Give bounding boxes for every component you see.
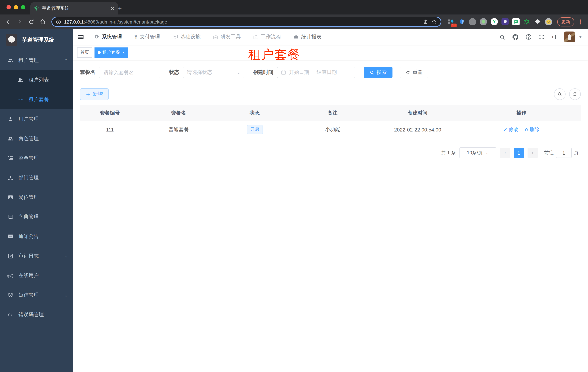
window-zoom-button[interactable] <box>21 5 25 10</box>
edit-link[interactable]: 修改 <box>503 126 518 133</box>
topnav-devtools[interactable]: 研发工具 <box>208 29 246 45</box>
sidebar-item-dept-management[interactable]: 部门管理 <box>0 168 73 188</box>
topnav-report[interactable]: 统计报表 <box>288 29 326 45</box>
chrome-update-button[interactable]: 更新 <box>557 17 574 26</box>
refresh-table-button[interactable] <box>569 88 581 100</box>
avatar-caret-icon[interactable]: ▼ <box>578 35 582 39</box>
status-placeholder: 请选择状态 <box>187 69 212 76</box>
share-icon[interactable] <box>423 19 428 24</box>
sidebar-logo-row[interactable]: 芋道管理系统 <box>0 29 73 51</box>
date-range-picker[interactable]: 开始日期 - 结束日期 <box>277 67 355 78</box>
window-controls <box>7 5 25 10</box>
ext-star-green-icon[interactable] <box>523 18 530 25</box>
filter-date-label: 创建时间 <box>253 69 273 76</box>
tag-home[interactable]: 首页 <box>77 47 92 57</box>
cell-name: 普通套餐 <box>140 126 218 133</box>
site-info-icon[interactable] <box>56 19 61 24</box>
chevron-up-icon: ⌃ <box>64 58 68 63</box>
sidebar-collapse-icon[interactable] <box>73 29 89 45</box>
user-avatar[interactable] <box>564 32 575 43</box>
briefcase-icon <box>253 34 259 40</box>
tag-label: 租户套餐 <box>103 49 120 55</box>
help-icon[interactable] <box>525 34 532 40</box>
reload-icon[interactable] <box>26 17 36 27</box>
sidebar-item-online-users[interactable]: 在线用户 <box>0 266 73 286</box>
page-size-select[interactable]: 10条/页 ⌄ <box>460 148 496 158</box>
ext-gray-green-icon[interactable] <box>480 18 487 25</box>
ext-y-icon[interactable]: Y <box>491 18 498 25</box>
tab-close-icon[interactable]: ✕ <box>110 6 115 11</box>
tag-close-icon[interactable]: × <box>122 50 125 54</box>
sidebar-item-error-code[interactable]: 错误码管理 <box>0 305 73 325</box>
tag-tenant-package[interactable]: 租户套餐 × <box>94 47 128 57</box>
edit-document-icon <box>7 253 13 259</box>
topnav-workflow[interactable]: 工作流程 <box>248 29 286 45</box>
sidebar-item-dict-management[interactable]: 字典管理 <box>0 207 73 227</box>
plus-icon <box>86 92 91 96</box>
users-icon <box>7 136 13 142</box>
app-header: 系统管理 ¥ 支付管理 基础设施 研发工具 <box>73 29 588 45</box>
extensions-puzzle-icon[interactable] <box>534 18 541 25</box>
sidebar-item-notice[interactable]: 通知公告 <box>0 227 73 246</box>
goto-page-input[interactable] <box>556 148 572 158</box>
topnav-label: 工作流程 <box>261 34 281 40</box>
sidebar-item-tenant-management[interactable]: 租户管理 ⌃ <box>0 51 73 70</box>
ext-command-icon[interactable]: ⌘ <box>469 18 476 25</box>
sidebar-submenu-tenant: 租户列表 租户套餐 <box>0 70 73 109</box>
sidebar-item-sms-management[interactable]: 短信管理 ⌄ <box>0 286 73 305</box>
forward-icon[interactable] <box>14 17 25 27</box>
search-icon[interactable] <box>499 34 505 40</box>
sidebar-item-user-management[interactable]: 用户管理 <box>0 109 73 129</box>
status-select[interactable]: 请选择状态 ⌄ <box>183 67 244 78</box>
sidebar-item-menu-management[interactable]: 菜单管理 <box>0 149 73 168</box>
users-icon <box>7 57 13 64</box>
ext-shield-blue-icon[interactable] <box>458 18 465 25</box>
next-page-button[interactable]: › <box>527 148 538 158</box>
goto-label: 前往 <box>544 149 554 156</box>
topnav-infra[interactable]: 基础设施 <box>167 29 206 45</box>
chevron-down-icon: ⌄ <box>64 293 68 298</box>
sidebar-item-label: 租户套餐 <box>29 96 68 103</box>
delete-link[interactable]: 删除 <box>524 126 539 133</box>
cell-remark: 小功能 <box>292 126 373 133</box>
window-minimize-button[interactable] <box>14 5 18 10</box>
sidebar-item-post-management[interactable]: 岗位管理 <box>0 188 73 207</box>
sidebar-item-tenant-package[interactable]: 租户套餐 <box>0 90 73 109</box>
sidebar-item-audit-log[interactable]: 审计日志 ⌄ <box>0 246 73 266</box>
github-icon[interactable] <box>512 33 519 40</box>
window-close-button[interactable] <box>7 5 11 10</box>
cell-status: 开启 <box>218 125 292 134</box>
ext-purple-shield-icon[interactable] <box>502 18 509 25</box>
bookmark-star-icon[interactable] <box>431 19 437 25</box>
prev-page-button[interactable]: ‹ <box>500 148 510 158</box>
code-icon <box>7 312 13 318</box>
package-name-input[interactable] <box>103 69 157 76</box>
browser-tab[interactable]: 芋道管理系统 ✕ <box>31 2 118 14</box>
ext-tampermonkey-icon[interactable]: 10 <box>447 18 454 25</box>
page-1-button[interactable]: 1 <box>514 148 524 158</box>
page-unit-label: 页 <box>574 149 578 156</box>
search-button[interactable]: 搜索 <box>364 67 392 78</box>
main-content: 套餐名 状态 请选择状态 ⌄ 创建时间 开始日期 - 结束日期 <box>73 60 588 372</box>
sidebar-item-role-management[interactable]: 角色管理 <box>0 129 73 149</box>
ext-chat-green-icon[interactable] <box>512 18 520 25</box>
home-icon[interactable] <box>38 17 48 27</box>
profile-avatar-smiley-icon[interactable] <box>545 18 552 25</box>
table-header-row: 套餐编号 套餐名 状态 备注 创建时间 操作 <box>80 105 581 121</box>
browser-menu-icon[interactable]: ••• <box>578 19 583 24</box>
font-size-icon[interactable]: TT <box>551 33 557 41</box>
cell-actions: 修改 删除 <box>462 126 581 133</box>
toggle-search-button[interactable] <box>554 88 566 100</box>
add-button[interactable]: 新增 <box>80 88 109 100</box>
favicon-plant-icon <box>34 6 39 11</box>
col-header-status: 状态 <box>218 110 292 116</box>
topnav-system[interactable]: 系统管理 <box>89 29 127 45</box>
new-tab-button[interactable]: + <box>115 4 125 13</box>
fullscreen-icon[interactable] <box>538 34 545 40</box>
topnav-label: 基础设施 <box>180 34 200 40</box>
reset-button[interactable]: 重置 <box>400 67 428 78</box>
address-bar[interactable]: 127.0.0.1:48080/admin-ui/system/tenant/p… <box>52 17 441 27</box>
topnav-payment[interactable]: ¥ 支付管理 <box>129 29 165 45</box>
back-icon[interactable] <box>3 17 13 27</box>
sidebar-item-tenant-list[interactable]: 租户列表 <box>0 70 73 90</box>
